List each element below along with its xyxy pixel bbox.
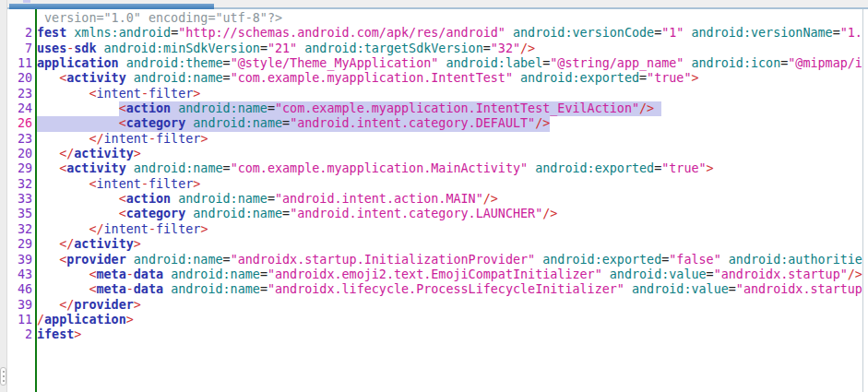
line-text: /application> [7, 313, 862, 327]
code-line[interactable]: 43 <meta-data android:name="androidx.emo… [7, 267, 862, 282]
line-text: fest xmlns:android="http://schemas.andro… [7, 26, 862, 41]
line-text: </intent-filter> [7, 132, 862, 147]
line-text: <action android:name="com.example.myappl… [7, 101, 862, 116]
line-text: <activity android:name="com.example.myap… [7, 71, 862, 86]
code-line[interactable]: 46 <meta-data android:name="androidx.lif… [7, 282, 862, 297]
line-text: <action android:name="android.intent.act… [7, 192, 862, 207]
code-line[interactable]: 20 <activity android:name="com.example.m… [7, 71, 862, 86]
code-line[interactable]: 11application android:theme="@style/Them… [7, 56, 862, 71]
line-text: uses-sdk android:minSdkVersion="21" andr… [7, 42, 862, 56]
code-line[interactable]: 35 <category android:name="android.inten… [7, 207, 862, 221]
code-line[interactable]: 39 <provider android:name="androidx.star… [7, 253, 862, 267]
splitter-grip[interactable] [0, 367, 6, 386]
code-line[interactable]: 23 <intent-filter> [7, 87, 862, 101]
code-line[interactable]: 2ifest> [7, 327, 862, 342]
code-line[interactable]: 29 </activity> [7, 237, 862, 252]
code-line[interactable]: 2fest xmlns:android="http://schemas.andr… [7, 26, 862, 41]
line-text: </activity> [7, 147, 862, 161]
code-line[interactable]: 29 <activity android:name="com.example.m… [7, 161, 862, 176]
code-line[interactable]: 32 </intent-filter> [7, 222, 862, 237]
line-text: application android:theme="@style/Theme_… [7, 56, 862, 71]
left-panel-strip [0, 0, 7, 392]
code-line[interactable]: 26 <category android:name="android.inten… [7, 116, 862, 131]
line-text: </provider> [7, 298, 862, 313]
code-line[interactable]: 23 </intent-filter> [7, 132, 862, 147]
code-line[interactable]: version="1.0" encoding="utf-8"?> [7, 11, 862, 26]
line-text: </intent-filter> [7, 222, 862, 237]
code-area[interactable]: version="1.0" encoding="utf-8"?>2fest xm… [7, 11, 862, 343]
line-text: <provider android:name="androidx.startup… [7, 253, 862, 267]
line-text: <meta-data android:name="androidx.emoji2… [7, 267, 862, 282]
code-editor[interactable]: version="1.0" encoding="utf-8"?>2fest xm… [7, 9, 862, 392]
line-text: <meta-data android:name="androidx.lifecy… [7, 282, 862, 297]
line-text: <intent-filter> [7, 177, 862, 192]
line-text: <activity android:name="com.example.myap… [7, 161, 862, 176]
code-line[interactable]: 32 <intent-filter> [7, 177, 862, 192]
code-line[interactable]: 11/application> [7, 313, 862, 327]
line-text: <category android:name="android.intent.c… [7, 207, 862, 221]
screenshot-root: { "chrome": { "top_scrollbar": { "thumb_… [0, 0, 868, 392]
line-text: <category android:name="android.intent.c… [7, 116, 862, 131]
line-text: <intent-filter> [7, 87, 862, 101]
code-line[interactable]: 33 <action android:name="android.intent.… [7, 192, 862, 207]
line-text: ifest> [7, 327, 862, 342]
code-line[interactable]: 20 </activity> [7, 147, 862, 161]
code-line[interactable]: 7uses-sdk android:minSdkVersion="21" and… [7, 42, 862, 56]
code-line[interactable]: 39 </provider> [7, 298, 862, 313]
code-line[interactable]: 24 <action android:name="com.example.mya… [7, 101, 862, 116]
gutter-divider [35, 9, 37, 392]
scroll-marker [23, 0, 30, 3]
line-text: </activity> [7, 237, 862, 252]
right-strip [862, 9, 868, 392]
line-text: version="1.0" encoding="utf-8"?> [7, 11, 862, 26]
